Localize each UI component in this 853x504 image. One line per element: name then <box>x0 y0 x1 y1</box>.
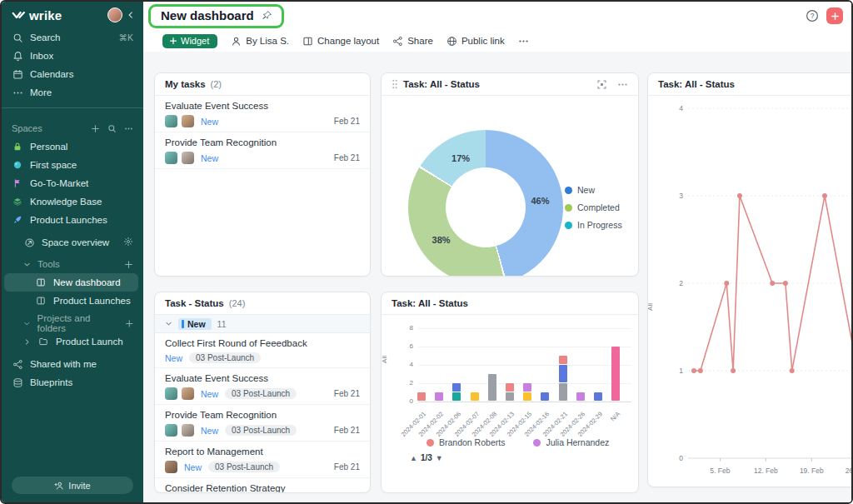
wrike-logo[interactable]: wrike <box>12 8 62 22</box>
legend-item[interactable]: Completed <box>565 202 622 212</box>
status-group-header[interactable]: New 11 <box>155 315 370 333</box>
tools-group-header[interactable]: Tools <box>2 255 143 273</box>
widget-title: Task: All - Status <box>392 298 468 308</box>
sidebar-item-product-launch[interactable]: Product Launch <box>2 332 143 351</box>
chevron-down-icon <box>23 320 31 327</box>
search-spaces-icon[interactable] <box>107 124 117 133</box>
chevron-right-icon[interactable] <box>23 338 31 346</box>
add-widget-button[interactable]: Widget <box>162 34 217 48</box>
sidebar-item-label: More <box>30 87 52 97</box>
task-tag[interactable]: 03 Post-Launch <box>225 388 297 399</box>
bar-chart[interactable]: All 024682024-02-012024-02-022024-02-062… <box>382 316 638 493</box>
widget-title: Task: All - Status <box>403 79 480 89</box>
lock-icon <box>12 142 23 152</box>
spaces-section-header: Spaces <box>2 119 143 137</box>
page-title[interactable]: New dashboard <box>161 8 254 22</box>
search-icon <box>12 32 23 43</box>
add-tool-icon[interactable] <box>124 260 133 269</box>
task-row[interactable]: Evaluate Event Success New 03 Post-Launc… <box>155 368 370 405</box>
share-button[interactable]: Share <box>392 36 433 47</box>
sidebar-item-more[interactable]: More <box>2 83 143 102</box>
invite-button[interactable]: Invite <box>12 477 133 494</box>
task-row[interactable]: Provide Team Recognition New 03 Post-Lau… <box>155 405 370 442</box>
task-row[interactable]: Consider Retention Strategy New 03 Post-… <box>155 478 370 493</box>
task-title: Consider Retention Strategy <box>165 483 360 493</box>
legend-item[interactable]: New <box>565 185 622 195</box>
wrike-check-icon <box>12 9 26 21</box>
task-title: Evaluate Event Success <box>165 373 360 383</box>
legend-page-down-icon[interactable]: ▼ <box>436 454 443 462</box>
legend-page-up-icon[interactable]: ▲ <box>410 454 417 462</box>
space-item-product-launches[interactable]: Product Launches <box>2 211 143 229</box>
widget-header[interactable]: My tasks (2) <box>155 73 370 96</box>
svg-text:3: 3 <box>679 192 683 200</box>
sidebar-item-blueprints[interactable]: Blueprints <box>2 373 143 392</box>
create-new-button[interactable] <box>826 7 843 24</box>
bar-segment <box>523 392 531 401</box>
space-item-go-to-market[interactable]: Go-To-Market <box>2 174 143 192</box>
legend-item[interactable]: In Progress <box>565 220 622 230</box>
task-row[interactable]: Collect First Round of Feeedback New 03 … <box>155 333 370 368</box>
legend-dot <box>533 439 541 447</box>
drag-handle-icon[interactable] <box>392 79 398 89</box>
space-item-knowledge-base[interactable]: Knowledge Base <box>2 192 143 211</box>
projects-group-header[interactable]: Projects and folders <box>2 314 143 332</box>
change-layout-button[interactable]: Change layout <box>302 36 379 47</box>
task-status[interactable]: New <box>201 389 218 399</box>
task-status[interactable]: New <box>165 353 182 363</box>
legend-item[interactable]: Brandon Roberts <box>426 437 505 447</box>
task-tag[interactable]: 03 Post-Launch <box>189 352 261 363</box>
spaces-more-icon[interactable] <box>124 124 133 133</box>
svg-text:5. Feb: 5. Feb <box>710 467 730 475</box>
avatar <box>165 387 177 400</box>
sidebar-item-shared-with-me[interactable]: Shared with me <box>2 355 143 373</box>
bar-segment <box>506 392 514 401</box>
bar-segment <box>559 365 567 382</box>
help-icon[interactable]: ? <box>806 9 819 22</box>
task-title: Collect First Round of Feeedback <box>165 338 360 348</box>
svg-text:?: ? <box>811 12 815 20</box>
space-item-personal[interactable]: Personal <box>2 137 143 156</box>
main-area: New dashboard ? Widget By Lisa S. <box>143 2 851 502</box>
task-tag[interactable]: 03 Post-Launch <box>225 425 297 436</box>
author-button[interactable]: By Lisa S. <box>231 36 289 47</box>
task-tag[interactable]: 03 Post-Launch <box>208 462 280 472</box>
sidebar-item-calendars[interactable]: Calendars <box>2 65 143 83</box>
widget-header[interactable]: Task - Status (24) <box>155 292 370 315</box>
task-row[interactable]: Report to Management New 03 Post-Launch … <box>155 442 370 478</box>
sidebar-item-search[interactable]: Search ⌘K <box>2 28 143 47</box>
pin-icon[interactable] <box>260 8 275 23</box>
svg-text:0: 0 <box>679 454 683 462</box>
task-date: Feb 21 <box>334 426 360 435</box>
task-status[interactable]: New <box>201 117 218 127</box>
widget-menu-icon[interactable] <box>617 79 628 90</box>
dashboard-canvas: My tasks (2) Evaluate Event Success New … <box>143 52 851 502</box>
task-status[interactable]: New <box>201 426 218 436</box>
toolbar-more-button[interactable] <box>518 36 529 47</box>
sidebar-item-inbox[interactable]: Inbox <box>2 47 143 65</box>
add-space-icon[interactable] <box>91 124 100 133</box>
avatar <box>165 115 177 127</box>
space-settings-icon[interactable] <box>123 237 133 248</box>
expand-icon[interactable] <box>596 79 607 90</box>
widget-count: (2) <box>211 79 222 89</box>
task-status[interactable]: New <box>184 462 202 472</box>
user-avatar[interactable] <box>107 7 122 22</box>
task-row[interactable]: Evaluate Event Success New Feb 21 <box>155 96 370 132</box>
task-row[interactable]: Provide Team Recognition New Feb 21 <box>155 132 370 169</box>
legend-pagination: ▲ 1/3 ▼ <box>410 453 443 462</box>
collapse-sidebar-icon[interactable] <box>127 11 135 19</box>
line-chart[interactable]: 012345. Feb12. Feb19. Feb26. Feb <box>648 97 851 487</box>
svg-text:2: 2 <box>679 279 683 287</box>
sidebar-item-product-launches-dashboard[interactable]: Product Launches <box>2 292 143 310</box>
space-item-first-space[interactable]: First space <box>2 156 143 174</box>
sidebar-item-new-dashboard[interactable]: New dashboard <box>4 273 138 292</box>
space-overview-item[interactable]: Space overview <box>2 233 143 252</box>
add-project-icon[interactable] <box>125 319 133 328</box>
widget-line-chart: Task: All - Status All 012345. Feb12. Fe… <box>647 72 851 487</box>
legend-item[interactable]: Julia Hernandez <box>533 437 609 447</box>
chevron-down-icon[interactable] <box>165 320 172 327</box>
task-status[interactable]: New <box>201 153 218 163</box>
public-link-button[interactable]: Public link <box>446 36 505 47</box>
sidebar-item-label: Search <box>30 32 60 42</box>
